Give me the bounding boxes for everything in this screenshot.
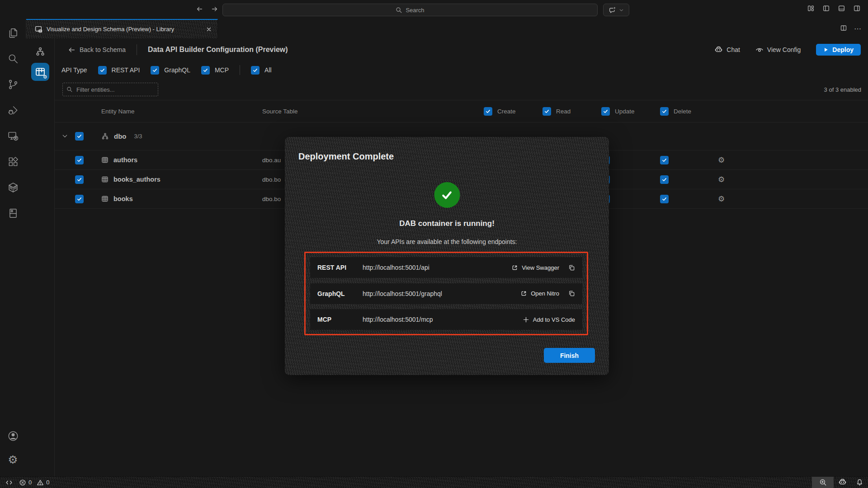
all-label: All [264, 66, 272, 74]
warning-count: 0 [46, 479, 49, 486]
entity-name: books_authors [113, 176, 160, 183]
source-control-icon[interactable] [6, 78, 20, 91]
view-config-button[interactable]: View Config [755, 46, 801, 54]
action-label: View Swagger [522, 264, 559, 271]
mcp-label: MCP [215, 66, 229, 74]
update-label: Update [615, 108, 635, 115]
copy-icon[interactable] [568, 264, 575, 271]
checkbox-graphql[interactable] [151, 66, 159, 75]
chat-button[interactable]: Chat [714, 46, 740, 54]
endpoints-box: REST API http://localhost:5001/api View … [304, 252, 588, 335]
bell-icon [856, 479, 863, 486]
remote-explorer-icon[interactable] [6, 129, 20, 143]
finish-button[interactable]: Finish [544, 348, 595, 363]
delete-label: Delete [674, 108, 691, 115]
chevron-down-icon[interactable] [61, 133, 68, 140]
checkbox-dbo[interactable] [75, 132, 84, 141]
toggle-secondary-sidebar-icon[interactable] [853, 5, 861, 12]
containers-icon[interactable] [6, 181, 20, 194]
explorer-icon[interactable] [6, 26, 20, 40]
checkbox-books[interactable] [75, 195, 84, 203]
endpoint-url: http://localhost:5001/graphql [363, 290, 520, 297]
view-config-label: View Config [767, 46, 801, 53]
account-icon[interactable] [6, 429, 20, 443]
checkbox-delete[interactable] [660, 156, 669, 164]
error-count: 0 [28, 479, 32, 486]
settings-gear-icon[interactable] [6, 453, 20, 466]
checkbox-delete[interactable] [660, 195, 669, 203]
close-icon[interactable] [206, 26, 212, 33]
notifications-bell-button[interactable] [851, 477, 868, 488]
create-header: Create [479, 107, 538, 116]
back-arrow-icon[interactable] [194, 4, 204, 14]
graphql-label: GraphQL [164, 66, 190, 74]
tab-title: Visualize and Design Schema (Preview) - … [47, 26, 202, 33]
checkbox-mcp[interactable] [201, 66, 210, 75]
vscode-window: Search Visualize and Design Schema (P [0, 0, 868, 488]
filter-entities-input[interactable] [62, 83, 158, 96]
database-server-icon[interactable] [6, 206, 20, 220]
api-type-label: API Type [61, 66, 87, 74]
schema-view-icon[interactable] [33, 44, 48, 59]
checkbox-rest-api[interactable] [98, 66, 107, 75]
success-check-icon [434, 182, 460, 208]
search-icon[interactable] [6, 52, 20, 66]
title-bar: Search [0, 0, 868, 19]
toggle-primary-sidebar-icon[interactable] [822, 5, 830, 12]
endpoint-label: REST API [317, 264, 363, 271]
api-type-rest: REST API [98, 66, 140, 75]
tab-visualize-design-schema[interactable]: Visualize and Design Schema (Preview) - … [26, 19, 218, 38]
modal-subheading: Your APIs are available at the following… [285, 238, 609, 245]
checkbox-delete[interactable] [660, 175, 669, 184]
copilot-status-button[interactable] [834, 477, 851, 488]
command-center-search[interactable]: Search [222, 4, 598, 16]
checkbox-read-all[interactable] [542, 107, 551, 116]
error-icon [19, 479, 26, 486]
checkbox-authors[interactable] [75, 156, 84, 164]
checkbox-create-all[interactable] [484, 107, 492, 116]
split-editor-icon[interactable] [840, 24, 847, 32]
row-settings-gear-icon[interactable] [718, 176, 725, 183]
search-icon [396, 7, 402, 14]
eye-icon [755, 46, 764, 54]
customize-layout-icon[interactable] [807, 5, 815, 12]
status-bar: 0 0 [0, 476, 868, 488]
schema-name: dbo [114, 132, 127, 140]
checkbox-books-authors[interactable] [75, 175, 84, 184]
more-actions-icon[interactable] [854, 24, 862, 33]
checkbox-all[interactable] [251, 66, 259, 75]
deploy-button[interactable]: Deploy [816, 44, 861, 56]
zoom-status-button[interactable] [812, 477, 834, 488]
mini-gear-icon [43, 74, 47, 80]
play-icon [823, 47, 829, 52]
add-to-vscode-button[interactable]: Add to VS Code [523, 316, 575, 323]
back-to-schema-link[interactable]: Back to Schema [68, 46, 126, 54]
copilot-icon [714, 46, 723, 54]
enabled-count: 3 of 3 enabled [824, 86, 861, 93]
checkbox-update-all[interactable] [601, 107, 610, 116]
table-icon [101, 195, 108, 202]
row-settings-gear-icon[interactable] [718, 196, 725, 203]
problems-indicator[interactable]: 0 0 [19, 479, 49, 486]
remote-indicator[interactable] [5, 479, 13, 486]
entity-name: books [113, 195, 133, 202]
row-settings-gear-icon[interactable] [718, 157, 725, 164]
extensions-icon[interactable] [6, 155, 20, 169]
open-nitro-button[interactable]: Open Nitro [520, 290, 559, 297]
copy-icon[interactable] [568, 290, 575, 297]
external-link-icon [511, 264, 518, 271]
chevron-down-icon [619, 8, 624, 13]
search-icon [66, 86, 73, 93]
toggle-panel-icon[interactable] [838, 5, 845, 12]
copilot-chat-button[interactable] [603, 4, 629, 16]
activity-bar [0, 19, 26, 476]
search-placeholder: Search [406, 7, 424, 14]
run-debug-icon[interactable] [6, 103, 20, 117]
dab-config-view-button[interactable] [31, 63, 49, 81]
view-swagger-button[interactable]: View Swagger [511, 264, 559, 271]
checkbox-delete-all[interactable] [660, 107, 669, 116]
entity-name: authors [113, 156, 137, 164]
back-label: Back to Schema [80, 46, 126, 53]
forward-arrow-icon[interactable] [210, 4, 220, 14]
endpoint-label: GraphQL [317, 290, 363, 297]
